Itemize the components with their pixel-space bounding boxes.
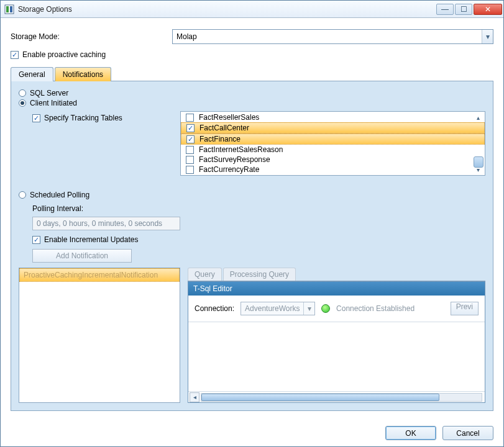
connection-select[interactable]: AdventureWorks ▾ xyxy=(241,302,315,315)
checkbox-icon xyxy=(11,51,19,59)
radio-scheduled-polling[interactable]: Scheduled Polling xyxy=(19,191,89,199)
polling-interval-input[interactable]: 0 days, 0 hours, 0 minutes, 0 seconds xyxy=(32,217,180,230)
storage-mode-label: Storage Mode: xyxy=(11,32,172,41)
notifications-panel: SQL Server Client Initiated Specify Trac… xyxy=(11,81,493,411)
checkbox-icon xyxy=(32,114,40,122)
table-row[interactable]: FactFinance xyxy=(181,133,485,145)
radio-sql-server[interactable]: SQL Server xyxy=(19,89,485,97)
checkbox-icon[interactable] xyxy=(186,124,195,132)
app-icon xyxy=(4,4,14,14)
enable-proactive-caching-checkbox[interactable]: Enable proactive caching xyxy=(11,50,493,59)
titlebar[interactable]: Storage Options — ☐ ✕ xyxy=(1,1,503,18)
chevron-down-icon: ▾ xyxy=(303,302,314,315)
table-row[interactable]: FactInternetSalesReason xyxy=(181,145,485,155)
table-name: FactInternetSalesReason xyxy=(199,145,283,154)
chevron-down-icon: ▾ xyxy=(482,30,493,43)
notification-list[interactable]: ProactiveCachingIncrementalNotification xyxy=(19,268,180,403)
checkbox-icon xyxy=(32,236,40,244)
table-name: FactResellerSales xyxy=(199,113,259,122)
subtab-query[interactable]: Query xyxy=(188,268,222,281)
checkbox-icon[interactable] xyxy=(186,114,194,122)
table-name: FactSurveyResponse xyxy=(199,155,270,164)
radio-client-initiated[interactable]: Client Initiated xyxy=(19,99,485,107)
scrollbar-track[interactable] xyxy=(201,393,482,402)
svg-rect-2 xyxy=(10,6,12,12)
scrollbar-thumb[interactable] xyxy=(201,394,439,401)
status-led-icon xyxy=(321,304,330,313)
preview-button[interactable]: Previ xyxy=(451,302,479,315)
add-notification-button[interactable]: Add Notification xyxy=(32,249,132,263)
maximize-button[interactable]: ☐ xyxy=(455,4,472,15)
table-row[interactable]: FactCallCenter xyxy=(181,122,485,133)
window-title: Storage Options xyxy=(18,5,436,14)
tab-notifications[interactable]: Notifications xyxy=(55,67,111,81)
scroll-up-icon[interactable]: ▴ xyxy=(473,113,483,122)
scroll-down-icon[interactable]: ▾ xyxy=(473,165,483,174)
svg-rect-1 xyxy=(6,6,9,12)
specify-tracking-tables-checkbox[interactable]: Specify Tracking Tables xyxy=(32,114,122,122)
polling-interval-label: Polling Interval: xyxy=(32,204,485,213)
table-name: FactFinance xyxy=(199,135,241,143)
checkbox-icon[interactable] xyxy=(186,146,194,154)
ok-button[interactable]: OK xyxy=(385,426,436,440)
storage-mode-select[interactable]: Molap ▾ xyxy=(172,29,493,44)
connection-label: Connection: xyxy=(195,304,234,313)
subtab-processing-query[interactable]: Processing Query xyxy=(223,268,296,281)
checkbox-icon[interactable] xyxy=(186,135,195,143)
checkbox-icon[interactable] xyxy=(186,166,194,174)
tsql-editor: T-Sql Editor Connection: AdventureWorks … xyxy=(188,281,485,403)
table-row[interactable]: FactResellerSales xyxy=(181,112,485,122)
connection-status: Connection Established xyxy=(336,304,415,313)
list-item[interactable]: ProactiveCachingIncrementalNotification xyxy=(19,268,180,282)
tab-general[interactable]: General xyxy=(11,67,53,81)
storage-mode-value: Molap xyxy=(173,32,482,41)
close-button[interactable]: ✕ xyxy=(474,4,502,15)
editor-title: T-Sql Editor xyxy=(188,282,485,296)
table-name: FactCallCenter xyxy=(199,124,249,132)
checkbox-icon[interactable] xyxy=(186,156,194,164)
radio-icon xyxy=(19,89,26,97)
enable-proactive-label: Enable proactive caching xyxy=(22,50,106,59)
table-row[interactable]: FactSurveyResponse xyxy=(181,155,485,165)
enable-incremental-updates-checkbox[interactable]: Enable Incremental Updates xyxy=(32,235,138,244)
storage-options-window: Storage Options — ☐ ✕ Storage Mode: Mola… xyxy=(0,0,504,447)
minimize-button[interactable]: — xyxy=(436,4,454,15)
radio-icon xyxy=(19,191,26,199)
scroll-left-icon[interactable]: ◂ xyxy=(190,392,199,402)
table-row[interactable]: FactCurrencyRate xyxy=(181,165,485,174)
table-name: FactCurrencyRate xyxy=(199,165,259,174)
cancel-button[interactable]: Cancel xyxy=(442,426,493,440)
sql-textarea[interactable] xyxy=(188,322,485,391)
radio-icon xyxy=(19,99,26,107)
tracking-tables-list[interactable]: FactResellerSalesFactCallCenterFactFinan… xyxy=(180,111,485,176)
